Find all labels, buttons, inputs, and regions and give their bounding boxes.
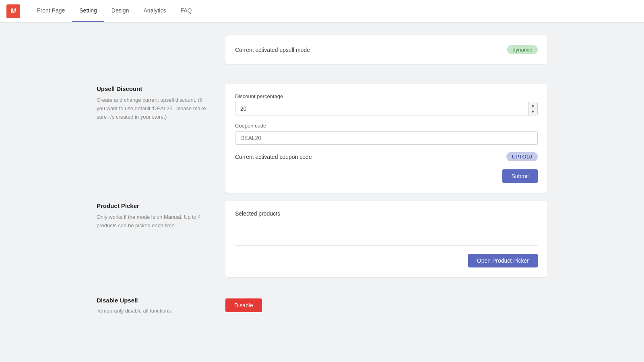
coupon-code-group: Coupon code [235,123,538,145]
coupon-code-label: Coupon code [235,123,538,129]
spinner-buttons: ▲ ▼ [528,102,537,115]
top-bar: M Front Page Setting Design Analytics FA… [0,0,644,23]
discount-percentage-label: Discount percentage [235,93,538,99]
picker-btn-row: Open Product Picker [235,254,538,267]
discount-percentage-input[interactable] [235,102,528,115]
current-coupon-row: Current activated coupon code UPTO10 [235,152,538,161]
product-picker-section: Product Picker Only works if the mode is… [97,201,547,277]
disable-upsell-left: Disable Upsell Temporarily disable all f… [97,297,209,314]
product-picker-right: Selected products Open Product Picker [225,201,547,277]
discount-percentage-input-wrapper: ▲ ▼ [235,102,538,115]
product-picker-desc: Only works if the mode is on Manual. Up … [97,213,209,230]
upsell-discount-left: Upsell Discount Create and change curren… [97,84,209,193]
tab-faq[interactable]: FAQ [173,0,199,22]
disable-button[interactable]: Disable [225,298,262,312]
disable-upsell-desc: Temporarily disable all functions. [97,308,209,314]
coupon-code-input[interactable] [235,131,538,145]
disable-upsell-section: Disable Upsell Temporarily disable all f… [97,297,547,314]
spinner-down-button[interactable]: ▼ [528,109,537,115]
upsell-discount-section: Upsell Discount Create and change curren… [97,84,547,193]
product-picker-card: Selected products Open Product Picker [225,201,547,277]
tab-design[interactable]: Design [104,0,136,22]
discount-percentage-group: Discount percentage ▲ ▼ [235,93,538,115]
upsell-mode-card: Current activated upsell mode dynamic [225,35,547,64]
upsell-mode-right: Current activated upsell mode dynamic [225,35,547,64]
app-logo: M [6,4,20,18]
selected-products-label: Selected products [235,210,538,217]
current-coupon-label: Current activated coupon code [235,154,312,160]
tab-setting[interactable]: Setting [72,0,104,22]
products-area [235,222,538,246]
current-coupon-badge: UPTO10 [506,152,538,161]
mode-row: Current activated upsell mode dynamic [235,45,538,54]
product-picker-title: Product Picker [97,202,209,209]
upsell-mode-left [97,35,209,64]
tab-front-page[interactable]: Front Page [30,0,72,22]
product-picker-left: Product Picker Only works if the mode is… [97,201,209,277]
submit-row: Submit [235,169,538,183]
main-content: Current activated upsell mode dynamic Up… [80,23,564,322]
divider-2 [97,287,547,287]
disable-upsell-right: Disable [225,297,262,312]
submit-button[interactable]: Submit [502,169,538,183]
disable-upsell-title: Disable Upsell [97,297,209,304]
divider-1 [97,74,547,74]
spinner-up-button[interactable]: ▲ [528,102,537,109]
upsell-mode-badge: dynamic [507,45,538,54]
open-product-picker-button[interactable]: Open Product Picker [468,254,538,267]
upsell-discount-card: Discount percentage ▲ ▼ Coupon code [225,84,547,193]
upsell-discount-desc: Create and change current upsell discoun… [97,96,209,121]
nav-tabs: Front Page Setting Design Analytics FAQ [30,0,199,22]
upsell-discount-right: Discount percentage ▲ ▼ Coupon code [225,84,547,193]
upsell-discount-title: Upsell Discount [97,85,209,92]
upsell-mode-label: Current activated upsell mode [235,47,310,53]
tab-analytics[interactable]: Analytics [136,0,173,22]
